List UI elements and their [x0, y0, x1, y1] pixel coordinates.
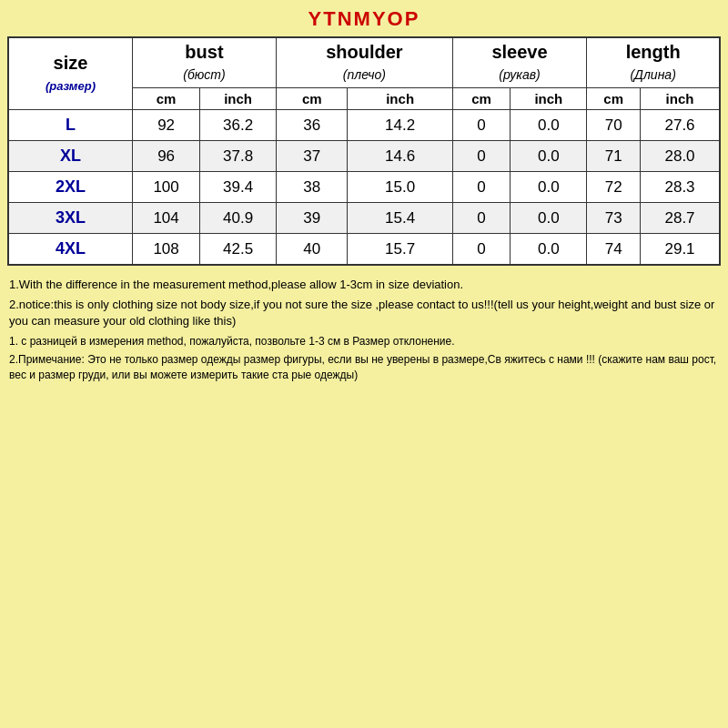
- length-cm-cell: 72: [587, 172, 641, 203]
- note-ru1: 1. с разницей в измерения method, пожалу…: [9, 334, 719, 349]
- bust-inch-cell: 39.4: [200, 172, 277, 203]
- shoulder-cm-cell: 36: [276, 110, 348, 141]
- shoulder-inch-cell: 15.7: [348, 234, 452, 266]
- length-cm-cell: 74: [587, 234, 641, 266]
- bust-cm-cell: 96: [132, 141, 199, 172]
- shoulder-cm-cell: 38: [276, 172, 348, 203]
- bust-cm-header: cm: [132, 88, 199, 110]
- size-cell: 3XL: [8, 203, 132, 234]
- note-en1: 1.With the difference in the measurement…: [9, 277, 719, 293]
- length-inch-cell: 28.7: [641, 203, 720, 234]
- bust-inch-cell: 36.2: [200, 110, 277, 141]
- sleeve-cm-cell: 0: [452, 203, 511, 234]
- shoulder-cm-cell: 37: [276, 141, 348, 172]
- table-row: L9236.23614.200.07027.6: [8, 110, 720, 141]
- length-inch-header: inch: [641, 88, 720, 110]
- sleeve-inch-cell: 0.0: [511, 172, 587, 203]
- size-cell: 2XL: [8, 172, 132, 203]
- table-row: 3XL10440.93915.400.07328.7: [8, 203, 720, 234]
- sleeve-inch-cell: 0.0: [511, 203, 587, 234]
- bust-inch-cell: 42.5: [200, 234, 277, 266]
- sleeve-inch-header: inch: [511, 88, 587, 110]
- table-row: 2XL10039.43815.000.07228.3: [8, 172, 720, 203]
- sleeve-cm-cell: 0: [452, 172, 511, 203]
- notes-section: 1.With the difference in the measurement…: [7, 273, 721, 390]
- note-ru2: 2.Примечание: Это не только размер одежд…: [9, 352, 719, 383]
- sleeve-inch-cell: 0.0: [511, 234, 587, 266]
- main-container: YTNMYOP size (размер) bust (бюст) should…: [0, 0, 728, 728]
- sleeve-cm-cell: 0: [452, 110, 511, 141]
- size-cell: L: [8, 110, 132, 141]
- sleeve-cm-cell: 0: [452, 141, 511, 172]
- length-col-header: length (Длина): [587, 37, 720, 88]
- shoulder-inch-header: inch: [348, 88, 452, 110]
- sleeve-inch-cell: 0.0: [511, 141, 587, 172]
- brand-title: YTNMYOP: [7, 7, 721, 31]
- table-row: 4XL10842.54015.700.07429.1: [8, 234, 720, 266]
- sleeve-inch-cell: 0.0: [511, 110, 587, 141]
- shoulder-col-header: shoulder (плечо): [276, 37, 452, 88]
- length-cm-cell: 70: [587, 110, 641, 141]
- bust-cm-cell: 108: [132, 234, 199, 266]
- length-inch-cell: 29.1: [641, 234, 720, 266]
- shoulder-inch-cell: 15.0: [348, 172, 452, 203]
- sleeve-col-header: sleeve (рукав): [452, 37, 587, 88]
- bust-inch-header: inch: [200, 88, 277, 110]
- bust-cm-cell: 92: [132, 110, 199, 141]
- length-cm-cell: 73: [587, 203, 641, 234]
- bust-inch-cell: 40.9: [200, 203, 277, 234]
- note-en2: 2.notice:this is only clothing size not …: [9, 297, 719, 329]
- length-cm-header: cm: [587, 88, 641, 110]
- size-table: size (размер) bust (бюст) shoulder (плеч…: [7, 36, 721, 266]
- length-inch-cell: 28.0: [641, 141, 720, 172]
- shoulder-inch-cell: 14.2: [348, 110, 452, 141]
- shoulder-inch-cell: 15.4: [348, 203, 452, 234]
- shoulder-cm-cell: 39: [276, 203, 348, 234]
- shoulder-cm-header: cm: [276, 88, 348, 110]
- bust-cm-cell: 100: [132, 172, 199, 203]
- sleeve-cm-header: cm: [452, 88, 511, 110]
- length-cm-cell: 71: [587, 141, 641, 172]
- bust-cm-cell: 104: [132, 203, 199, 234]
- length-inch-cell: 27.6: [641, 110, 720, 141]
- length-inch-cell: 28.3: [641, 172, 720, 203]
- table-row: XL9637.83714.600.07128.0: [8, 141, 720, 172]
- size-cell: 4XL: [8, 234, 132, 266]
- size-cell: XL: [8, 141, 132, 172]
- shoulder-cm-cell: 40: [276, 234, 348, 266]
- bust-inch-cell: 37.8: [200, 141, 277, 172]
- shoulder-inch-cell: 14.6: [348, 141, 452, 172]
- bust-col-header: bust (бюст): [132, 37, 276, 88]
- sleeve-cm-cell: 0: [452, 234, 511, 266]
- size-col-header: size (размер): [8, 37, 132, 110]
